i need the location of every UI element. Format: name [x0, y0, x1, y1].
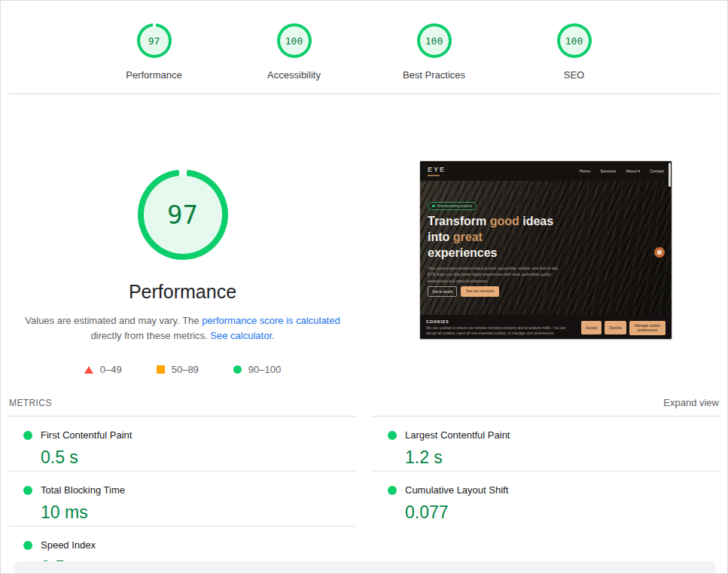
pass-dot-icon [23, 486, 32, 495]
headline-part: experiences [428, 246, 498, 259]
site-nav-links: Home Services About ▾ Contact [580, 169, 664, 173]
score-legend: 0–49 50–89 90–100 [1, 364, 364, 375]
page-screenshot-thumbnail[interactable]: EYE Home Services About ▾ Contact Now ac… [419, 160, 672, 340]
cookie-accept-button: Accept [581, 321, 602, 335]
performance-gauge-label: Performance [126, 69, 181, 81]
metric-value: 10 ms [41, 502, 355, 523]
metric-value: 0.5 s [41, 447, 355, 468]
headline-part: into [428, 231, 453, 243]
metric-largest-contentful-paint: Largest Contentful Paint 1.2 s [373, 417, 720, 472]
legend-average-range: 50–89 [172, 364, 199, 375]
see-calculator-link[interactable]: See calculator. [210, 330, 274, 341]
metrics-header: METRICS Expand view [8, 397, 720, 416]
summary-gauge-accessibility[interactable]: 100 Accessibility [252, 23, 337, 81]
metric-name: Cumulative Layout Shift [405, 484, 508, 496]
site-nav-home: Home [580, 169, 591, 173]
site-hero-buttons: Get in touch See our services [428, 286, 499, 297]
site-logo-text: EYE [428, 166, 446, 173]
site-hero-paragraph: Your users expect products that just wor… [428, 265, 565, 284]
score-column: 97 Performance Values are estimated and … [1, 94, 364, 380]
chat-fab [654, 247, 665, 258]
metric-name: First Contentful Paint [41, 429, 132, 441]
seo-gauge-label: SEO [564, 69, 584, 81]
metric-name: Largest Contentful Paint [405, 429, 510, 441]
get-in-touch-button: Get in touch [428, 286, 457, 297]
score-disclaimer: Values are estimated and may vary. The p… [13, 313, 353, 343]
headline-part: Transform [428, 215, 490, 227]
legend-fail: 0–49 [84, 364, 122, 375]
metric-value: 1.2 s [405, 447, 720, 468]
metric-cumulative-layout-shift: Cumulative Layout Shift 0.077 [373, 472, 720, 527]
summary-scores-header: 97 Performance 100 Accessibility 100 Bes… [1, 1, 727, 93]
site-nav-contact: Contact [650, 169, 664, 173]
expand-view-button[interactable]: Expand view [663, 397, 719, 408]
metric-name: Speed Index [41, 539, 96, 551]
metric-value: 0.077 [405, 502, 720, 523]
site-hero-badge: Now accepting projects [428, 202, 477, 210]
pass-circle-icon [233, 365, 242, 374]
headline-accent: good [490, 215, 519, 227]
pass-dot-icon [23, 431, 32, 440]
best-practices-gauge-ring: 100 [417, 23, 452, 58]
cookie-banner-copy: COOKIES We use cookies to ensure our web… [426, 319, 577, 337]
metric-total-blocking-time: Total Blocking Time 10 ms [8, 472, 355, 527]
headline-part: ideas [519, 215, 553, 227]
summary-gauge-performance[interactable]: 97 Performance [112, 23, 196, 81]
site-logo: EYE [428, 166, 446, 176]
pass-dot-icon [388, 486, 397, 495]
calculator-link-1[interactable]: performance score is calculated [202, 315, 340, 326]
pass-dot-icon [23, 541, 32, 550]
see-services-button: See our services [461, 286, 499, 297]
badge-status-dot [432, 205, 435, 208]
cookie-manage-button: Manage cookie preferences [629, 321, 666, 335]
summary-gauge-seo[interactable]: 100 SEO [532, 23, 617, 81]
performance-overview: 97 Performance Values are estimated and … [1, 94, 727, 380]
site-nav-about: About ▾ [626, 169, 640, 173]
pass-dot-icon [388, 431, 397, 440]
seo-gauge-ring: 100 [557, 23, 592, 58]
main-performance-score: 97 [144, 176, 222, 254]
accessibility-gauge-label: Accessibility [267, 69, 321, 81]
metric-first-contentful-paint: First Contentful Paint 0.5 s [8, 417, 355, 472]
site-hero-headline: Transform good ideas into great experien… [428, 214, 567, 261]
cookie-banner: COOKIES We use cookies to ensure our web… [420, 315, 672, 340]
disclaimer-text-1: Values are estimated and may vary. The [25, 315, 202, 326]
chat-icon [657, 250, 662, 255]
cookie-banner-text: We use cookies to ensure our website fun… [426, 325, 577, 337]
next-section-strip [14, 561, 716, 573]
performance-score-value: 97 [140, 26, 169, 55]
cookie-banner-buttons: Accept Decline Manage cookie preferences [581, 321, 666, 335]
metrics-section: METRICS Expand view First Contentful Pai… [1, 397, 727, 574]
site-navbar: EYE Home Services About ▾ Contact [420, 161, 672, 181]
performance-gauge-ring: 97 [137, 23, 172, 58]
metric-name: Total Blocking Time [41, 484, 125, 496]
screenshot-column: EYE Home Services About ▾ Contact Now ac… [364, 94, 727, 380]
site-hero: Now accepting projects Transform good id… [420, 181, 672, 315]
legend-fail-range: 0–49 [100, 364, 122, 375]
disclaimer-text-2: directly from these metrics. [90, 330, 210, 341]
badge-text: Now accepting projects [437, 204, 473, 208]
main-performance-gauge: 97 [138, 169, 228, 260]
legend-pass-range: 90–100 [248, 364, 281, 375]
metrics-right-column: Largest Contentful Paint 1.2 s Cumulativ… [373, 416, 720, 574]
metrics-title: METRICS [9, 398, 52, 408]
site-logo-accent-bar [428, 175, 440, 176]
average-square-icon [157, 365, 165, 374]
fail-triangle-icon [84, 366, 93, 374]
thumbnail-scrollbar [669, 163, 671, 187]
headline-accent: great [453, 231, 483, 243]
accessibility-gauge-ring: 100 [277, 23, 312, 58]
legend-average: 50–89 [157, 364, 199, 375]
best-practices-score-value: 100 [420, 26, 449, 55]
seo-score-value: 100 [560, 26, 589, 55]
metrics-grid: First Contentful Paint 0.5 s Total Block… [8, 416, 720, 574]
metrics-left-column: First Contentful Paint 0.5 s Total Block… [8, 416, 355, 574]
cookie-decline-button: Decline [605, 321, 626, 335]
performance-section-title: Performance [1, 281, 364, 303]
legend-pass: 90–100 [233, 364, 281, 375]
best-practices-gauge-label: Best Practices [403, 69, 465, 81]
lighthouse-report-page: 97 Performance 100 Accessibility 100 Bes… [0, 0, 728, 574]
accessibility-score-value: 100 [280, 26, 309, 55]
site-nav-services: Services [600, 169, 616, 173]
summary-gauge-best-practices[interactable]: 100 Best Practices [392, 23, 477, 81]
